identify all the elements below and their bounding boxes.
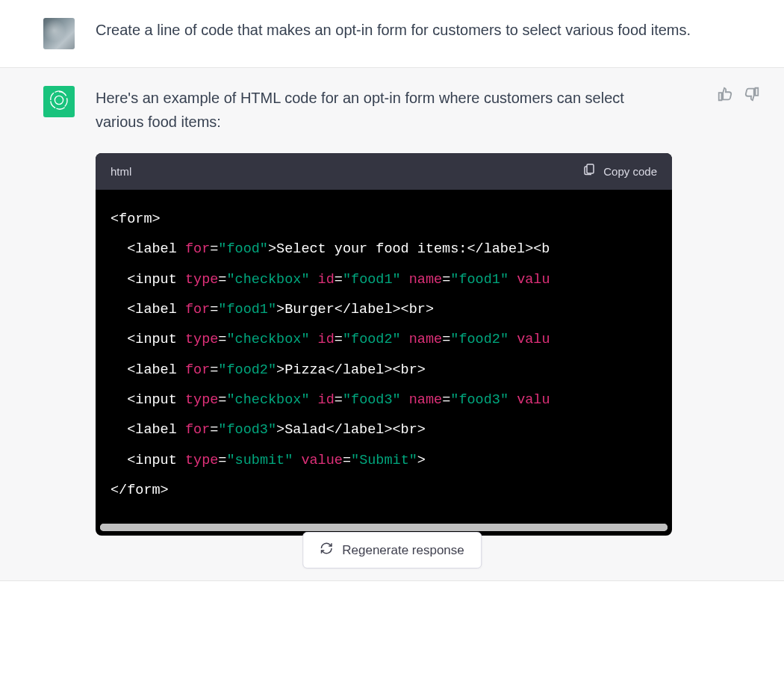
svg-rect-1 <box>587 164 594 173</box>
code-token: "food3" <box>343 392 401 408</box>
code-token: "food2" <box>450 332 508 347</box>
code-token: name <box>409 392 442 408</box>
code-token: <label <box>127 362 177 378</box>
clipboard-icon <box>582 162 596 181</box>
code-token: valu <box>517 392 550 408</box>
code-token: "checkbox" <box>226 272 309 288</box>
copy-code-button[interactable]: Copy code <box>582 162 657 181</box>
code-language-label: html <box>111 163 131 181</box>
code-token: <input <box>127 453 177 468</box>
code-token: "checkbox" <box>226 392 309 408</box>
code-token: <input <box>127 272 177 288</box>
code-token: "food2" <box>218 362 276 378</box>
assistant-intro-text: Here's an example of HTML code for an op… <box>96 86 672 134</box>
code-token: type <box>185 272 218 288</box>
feedback-controls <box>717 86 760 105</box>
code-token: "food3" <box>218 422 276 438</box>
code-token: value <box>301 453 343 468</box>
code-token: type <box>185 453 218 468</box>
code-token: for <box>185 422 210 438</box>
code-token: >Burger</label><br> <box>276 302 434 317</box>
regenerate-response-label: Regenerate response <box>342 543 464 558</box>
code-token: for <box>185 362 210 378</box>
copy-code-label: Copy code <box>603 163 657 181</box>
code-token: >Select your food items:</label><b <box>268 241 550 257</box>
code-token: > <box>417 453 426 468</box>
code-token: <label <box>127 241 177 257</box>
code-token: <form> <box>111 211 161 227</box>
code-block: html Copy code <form> <label for="food">… <box>96 153 672 536</box>
regenerate-response-button[interactable]: Regenerate response <box>302 532 482 568</box>
code-block-header: html Copy code <box>96 153 672 190</box>
code-token: "checkbox" <box>226 332 309 347</box>
code-token: <label <box>127 302 177 317</box>
code-token: "food1" <box>450 272 508 288</box>
openai-logo-icon <box>49 90 69 114</box>
user-prompt-text: Create a line of code that makes an opt-… <box>96 18 739 49</box>
code-token: </form> <box>111 483 169 498</box>
assistant-message: Here's an example of HTML code for an op… <box>0 68 784 581</box>
code-token: "food" <box>218 241 268 257</box>
code-token: id <box>318 392 335 408</box>
user-message: Create a line of code that makes an opt-… <box>0 0 784 68</box>
code-content[interactable]: <form> <label for="food">Select your foo… <box>96 190 672 524</box>
code-token: "food1" <box>218 302 276 317</box>
code-token: id <box>318 272 335 288</box>
code-token: name <box>409 332 442 347</box>
code-token: >Salad</label><br> <box>276 422 426 438</box>
code-token: valu <box>517 272 550 288</box>
assistant-avatar <box>43 86 75 117</box>
code-token: "food2" <box>343 332 401 347</box>
code-token: <input <box>127 392 177 408</box>
code-token: >Pizza</label><br> <box>276 362 426 378</box>
code-token: valu <box>517 332 550 347</box>
svg-point-0 <box>55 96 63 104</box>
code-token: "food1" <box>343 272 401 288</box>
code-horizontal-scrollbar[interactable] <box>100 524 668 531</box>
code-token: name <box>409 272 442 288</box>
scrollbar-thumb[interactable] <box>100 524 668 531</box>
code-token: "submit" <box>226 453 293 468</box>
code-token: "food3" <box>450 392 508 408</box>
code-token: for <box>185 302 210 317</box>
code-token: "Submit" <box>351 453 417 468</box>
code-token: <label <box>127 422 177 438</box>
thumbs-up-icon[interactable] <box>717 86 733 105</box>
user-avatar <box>43 18 75 49</box>
code-token: id <box>318 332 335 347</box>
refresh-icon <box>320 542 333 559</box>
code-token: type <box>185 332 218 347</box>
thumbs-down-icon[interactable] <box>744 86 760 105</box>
code-token: for <box>185 241 210 257</box>
code-token: type <box>185 392 218 408</box>
code-token: <input <box>127 332 177 347</box>
